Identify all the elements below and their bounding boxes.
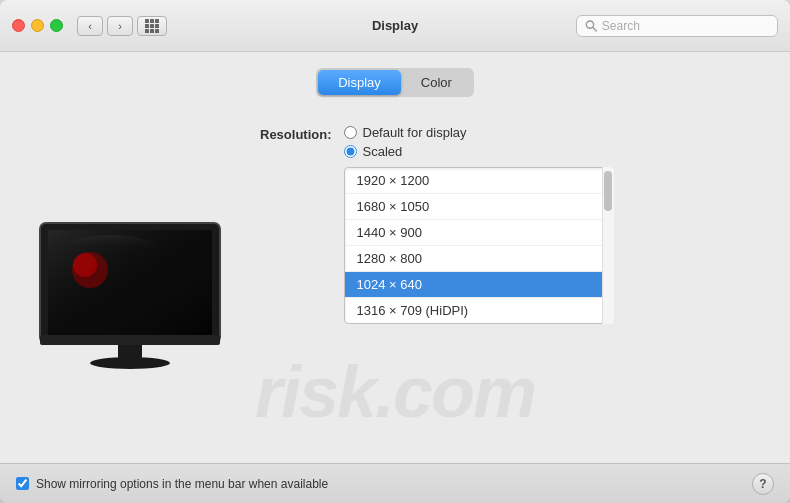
resolution-row: Resolution: Default for display Scaled	[260, 125, 770, 324]
tab-display[interactable]: Display	[318, 70, 401, 95]
search-bar[interactable]	[576, 15, 778, 37]
svg-rect-6	[145, 29, 149, 33]
svg-rect-17	[118, 343, 142, 359]
selected-resolution-label: 1024 × 640	[357, 277, 422, 292]
svg-rect-1	[150, 19, 154, 23]
back-button[interactable]: ‹	[77, 16, 103, 36]
mirroring-checkbox[interactable]	[16, 477, 29, 490]
svg-rect-19	[40, 335, 220, 345]
radio-scaled-label: Scaled	[363, 144, 403, 159]
resolution-option-default[interactable]: Default for display	[344, 125, 614, 140]
svg-point-9	[586, 21, 593, 28]
nav-buttons: ‹ ›	[77, 16, 133, 36]
mirroring-option-row[interactable]: Show mirroring options in the menu bar w…	[16, 477, 328, 491]
forward-button[interactable]: ›	[107, 16, 133, 36]
svg-rect-0	[145, 19, 149, 23]
watermark: risk.com	[255, 351, 535, 433]
svg-rect-4	[150, 24, 154, 28]
tab-color[interactable]: Color	[401, 70, 472, 95]
monitor-illustration	[30, 215, 230, 375]
scrollbar-track[interactable]	[602, 167, 614, 324]
resolution-label: Resolution:	[260, 125, 332, 142]
svg-rect-5	[155, 24, 159, 28]
resolution-options: Default for display Scaled	[344, 125, 614, 324]
resolution-list-container: 1920 × 1200 1680 × 1050 1440 × 900 1280 …	[344, 167, 614, 324]
monitor-area	[20, 117, 240, 463]
window-title: Display	[372, 18, 418, 33]
close-button[interactable]	[12, 19, 25, 32]
radio-default[interactable]	[344, 126, 357, 139]
tab-group: Display Color	[316, 68, 474, 97]
mirroring-label: Show mirroring options in the menu bar w…	[36, 477, 328, 491]
svg-rect-8	[155, 29, 159, 33]
search-icon	[585, 19, 597, 32]
list-wrapper: 1920 × 1200 1680 × 1050 1440 × 900 1280 …	[344, 167, 614, 324]
svg-rect-2	[155, 19, 159, 23]
content-area: risk.com Display Color	[0, 52, 790, 463]
minimize-button[interactable]	[31, 19, 44, 32]
scrollbar-thumb[interactable]	[604, 171, 612, 211]
list-item[interactable]: 1680 × 1050	[345, 194, 613, 220]
list-item[interactable]: 1280 × 800	[345, 246, 613, 272]
help-button[interactable]: ?	[752, 473, 774, 495]
bottom-bar: Show mirroring options in the menu bar w…	[0, 463, 790, 503]
traffic-lights	[12, 19, 63, 32]
svg-line-10	[593, 28, 596, 31]
radio-scaled[interactable]	[344, 145, 357, 158]
grid-icon	[144, 18, 160, 34]
list-item[interactable]: 1440 × 900	[345, 220, 613, 246]
resolution-list[interactable]: 1920 × 1200 1680 × 1050 1440 × 900 1280 …	[344, 167, 614, 324]
list-item-selected[interactable]: ➜ 1024 × 640	[345, 272, 613, 298]
main-window: ‹ › Display risk.	[0, 0, 790, 503]
list-item[interactable]: 1920 × 1200	[345, 168, 613, 194]
search-input[interactable]	[602, 19, 769, 33]
svg-point-18	[90, 357, 170, 369]
svg-rect-3	[145, 24, 149, 28]
list-item[interactable]: 1316 × 709 (HiDPI)	[345, 298, 613, 323]
radio-default-label: Default for display	[363, 125, 467, 140]
grid-button[interactable]	[137, 16, 167, 36]
titlebar: ‹ › Display	[0, 0, 790, 52]
resolution-option-scaled[interactable]: Scaled	[344, 144, 614, 159]
maximize-button[interactable]	[50, 19, 63, 32]
svg-point-16	[73, 253, 97, 277]
svg-rect-7	[150, 29, 154, 33]
